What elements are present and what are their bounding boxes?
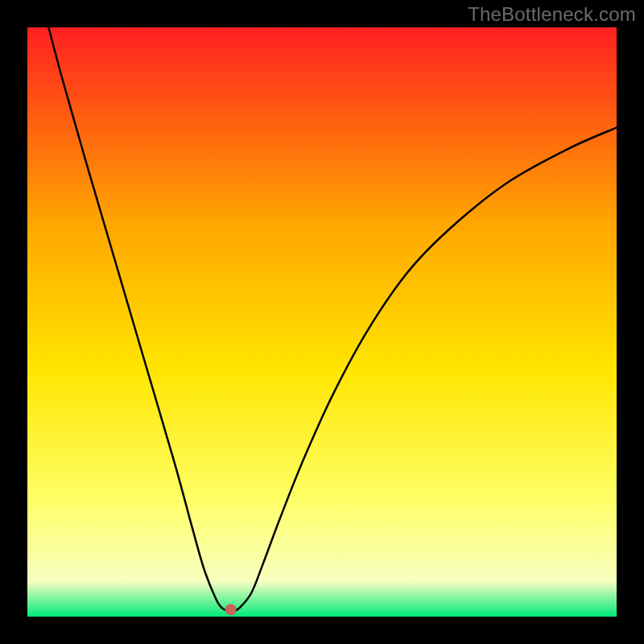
optimal-point-marker <box>225 604 237 615</box>
bottleneck-chart <box>0 0 644 644</box>
plot-background <box>27 27 617 617</box>
chart-frame: TheBottleneck.com <box>0 0 644 644</box>
watermark-text: TheBottleneck.com <box>468 3 636 26</box>
